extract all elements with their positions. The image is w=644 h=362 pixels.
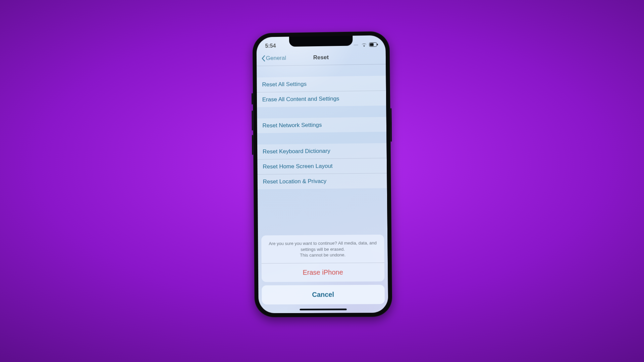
back-label: General xyxy=(266,55,286,62)
svg-rect-1 xyxy=(370,43,374,46)
volume-down-button xyxy=(252,135,253,155)
erase-all-content-row[interactable]: Erase All Content and Settings xyxy=(257,90,386,107)
action-sheet-message: Are you sure you want to continue? All m… xyxy=(261,235,384,263)
sheet-message-line1: Are you sure you want to continue? All m… xyxy=(269,240,377,252)
side-power-button xyxy=(390,108,392,142)
action-sheet-card: Are you sure you want to continue? All m… xyxy=(261,235,384,282)
back-button[interactable]: General xyxy=(259,51,288,66)
erase-confirm-action-sheet: Are you sure you want to continue? All m… xyxy=(261,235,385,304)
home-indicator[interactable] xyxy=(300,309,346,311)
status-right: •••• xyxy=(354,42,378,47)
wifi-icon xyxy=(361,42,367,47)
reset-all-settings-row[interactable]: Reset All Settings xyxy=(257,76,386,92)
reset-network-row[interactable]: Reset Network Settings xyxy=(257,117,386,133)
reset-group-2: Reset Network Settings xyxy=(257,117,386,133)
mute-switch xyxy=(252,93,253,105)
composition-stage: 5:54 •••• xyxy=(0,0,644,362)
iphone-device-frame: 5:54 •••• xyxy=(253,31,392,317)
svg-rect-2 xyxy=(377,44,378,45)
reset-keyboard-row[interactable]: Reset Keyboard Dictionary xyxy=(257,143,387,159)
page-title: Reset xyxy=(313,54,329,61)
reset-options-list: Reset All Settings Erase All Content and… xyxy=(257,64,387,189)
status-time: 5:54 xyxy=(265,43,276,49)
reset-location-privacy-row[interactable]: Reset Location & Privacy xyxy=(258,173,387,189)
sheet-message-line2: This cannot be undone. xyxy=(300,252,345,258)
cellular-dots-icon: •••• xyxy=(354,44,359,46)
navigation-bar: General Reset xyxy=(257,49,386,66)
display-notch xyxy=(289,36,353,47)
chevron-left-icon xyxy=(261,55,265,62)
erase-iphone-button[interactable]: Erase iPhone xyxy=(262,262,385,282)
volume-up-button xyxy=(252,111,253,131)
cancel-button[interactable]: Cancel xyxy=(262,285,385,305)
reset-home-screen-row[interactable]: Reset Home Screen Layout xyxy=(257,158,387,174)
